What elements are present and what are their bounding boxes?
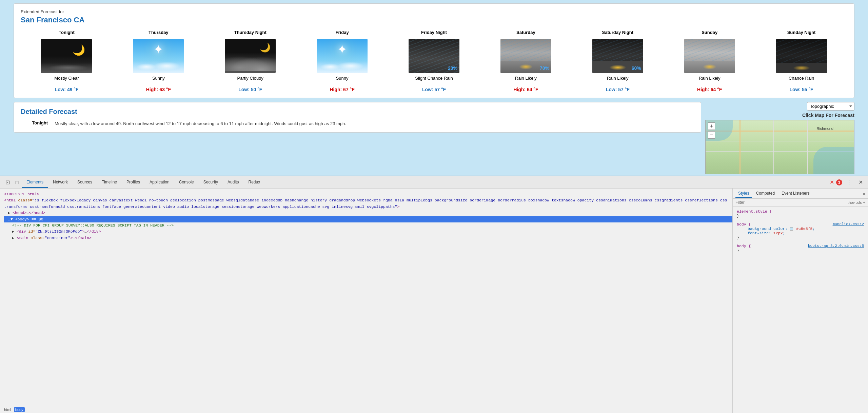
tab-console[interactable]: Console <box>174 177 199 188</box>
cls-label[interactable]: .cls <box>856 200 862 204</box>
day-label: Friday <box>336 30 349 36</box>
forecast-text-tonight: Mostly clear, with a low around 49. Nort… <box>55 120 346 127</box>
day-label: Saturday Night <box>602 30 633 36</box>
day-condition: Chance Rain <box>789 76 814 81</box>
filter-input[interactable] <box>735 200 846 205</box>
day-label: Thursday <box>149 30 169 36</box>
styles-more-btn[interactable]: » <box>863 191 865 196</box>
day-image[interactable]: 🌙 <box>41 39 92 73</box>
html-line-html: <html class="js flexbox flexboxlegacy ca… <box>4 197 728 210</box>
tab-styles[interactable]: Styles <box>735 190 752 198</box>
devtools-icons-right: ✕ 3 ⋮ ✕ <box>830 178 865 187</box>
day-temp: Low: 57 °F <box>422 87 446 92</box>
map-type-select[interactable]: Topographic Standard Satellite <box>807 102 854 111</box>
forecast-day-1: Thursday ✦ SunnyHigh: 63 °F <box>113 30 204 92</box>
location-title: San Francisco CA <box>21 16 847 24</box>
html-line-div: <div id="ZN_9tslIS2mj3KoPgp">…</div> <box>4 229 728 235</box>
forecast-day-2: Thursday Night 🌙 Partly CloudyLow: 50 °F <box>204 30 296 92</box>
weather-section: Extended Forecast for San Francisco CA T… <box>0 0 868 178</box>
html-line-doctype: <!DOCTYPE html> <box>4 191 728 197</box>
click-map-label: Click Map For Forecast <box>802 113 854 118</box>
bottom-section: Detailed Forecast Tonight Mostly clear, … <box>14 102 854 174</box>
tab-profiles[interactable]: Profiles <box>122 177 145 188</box>
day-temp: Low: 55 °F <box>789 87 813 92</box>
day-temp: High: 64 °F <box>697 87 722 92</box>
forecast-day-6: Saturday Night 60% Rain LikelyLow: 57 °F <box>572 30 664 92</box>
day-temp: Low: 50 °F <box>238 87 262 92</box>
styles-panel: Styles Computed Event Listeners » :hov .… <box>732 189 868 413</box>
day-condition: Sunny <box>152 76 165 81</box>
forecast-day-4: Friday Night 20% Slight Chance RainLow: … <box>388 30 480 92</box>
extended-label: Extended Forecast for <box>21 9 847 14</box>
forecast-grid: Tonight 🌙 Mostly ClearLow: 49 °FThursday… <box>21 30 847 92</box>
devtools-panel: ⊡ □ Elements Network Sources Timeline Pr… <box>0 176 868 413</box>
breadcrumb-bar: html body <box>0 406 732 413</box>
forecast-day-7: Sunday Rain LikelyHigh: 64 °F <box>664 30 755 92</box>
forecast-row-tonight: Tonight Mostly clear, with a low around … <box>21 120 694 127</box>
day-image[interactable]: 60% <box>592 39 643 73</box>
html-line-head: <head>…</head> <box>4 210 728 216</box>
richmond-label: Richmond— <box>816 126 837 131</box>
breadcrumb-body[interactable]: body <box>14 407 25 412</box>
day-condition: Rain Likely <box>515 76 537 81</box>
forecast-period-tonight: Tonight <box>21 120 48 125</box>
day-condition: Rain Likely <box>607 76 629 81</box>
css-rule-body-1: body { mapclick.css:2 background-color: … <box>737 222 864 240</box>
day-label: Friday Night <box>421 30 447 36</box>
css-rule-element: element.style { } <box>737 209 864 218</box>
day-image[interactable] <box>684 39 735 73</box>
error-icon: ✕ <box>830 179 834 185</box>
forecast-day-8: Sunday Night Chance RainLow: 55 °F <box>755 30 847 92</box>
map-image[interactable]: + − Richmond— <box>705 120 854 174</box>
day-image[interactable]: ✦ <box>133 39 184 73</box>
zoom-plus-btn[interactable]: + <box>708 122 715 130</box>
day-image[interactable]: ✦ <box>317 39 368 73</box>
day-temp: High: 64 °F <box>513 87 538 92</box>
day-condition: Sunny <box>336 76 349 81</box>
day-label: Sunday <box>702 30 717 36</box>
hov-btn[interactable]: :hov .cls + <box>848 200 865 204</box>
map-dropdown-row: Topographic Standard Satellite <box>807 102 854 111</box>
tab-event-listeners[interactable]: Event Listeners <box>779 190 812 198</box>
color-swatch-bg <box>790 227 793 231</box>
day-image[interactable] <box>776 39 827 73</box>
zoom-minus-btn[interactable]: − <box>708 131 715 139</box>
detailed-title: Detailed Forecast <box>21 108 694 116</box>
close-devtools-btn[interactable]: ✕ <box>856 178 865 187</box>
styles-content: element.style { } body { mapclick.css:2 … <box>733 206 868 259</box>
tab-network[interactable]: Network <box>48 177 73 188</box>
tab-application[interactable]: Application <box>145 177 174 188</box>
tab-audits[interactable]: Audits <box>223 177 243 188</box>
day-temp: Low: 57 °F <box>606 87 630 92</box>
html-line-body[interactable]: …▼ <body> == $0 <box>4 216 728 222</box>
tab-computed[interactable]: Computed <box>753 190 777 198</box>
tab-timeline[interactable]: Timeline <box>97 177 122 188</box>
html-line-main: <main class="container">…</main> <box>4 235 728 241</box>
day-image[interactable]: 🌙 <box>225 39 276 73</box>
tab-redux[interactable]: Redux <box>243 177 265 188</box>
day-condition: Partly Cloudy <box>237 76 263 81</box>
add-style-btn[interactable]: + <box>863 200 865 204</box>
html-panel: <!DOCTYPE html> <html class="js flexbox … <box>0 189 732 413</box>
forecast-day-0: Tonight 🌙 Mostly ClearLow: 49 °F <box>21 30 113 92</box>
day-temp: High: 63 °F <box>146 87 171 92</box>
day-label: Thursday Night <box>234 30 267 36</box>
styles-filter-bar: :hov .cls + <box>733 199 868 206</box>
more-icon[interactable]: ⋮ <box>844 178 854 187</box>
devtools-body: <!DOCTYPE html> <html class="js flexbox … <box>0 189 868 413</box>
day-label: Sunday Night <box>787 30 816 36</box>
devtools-cursor-icon[interactable]: ⊡ <box>3 178 12 187</box>
day-image[interactable]: 70% <box>500 39 551 73</box>
extended-forecast-card: Extended Forecast for San Francisco CA T… <box>14 3 854 98</box>
devtools-inspect-icon[interactable]: □ <box>12 178 22 187</box>
html-line-comment: <!-- DIV FOR CFI GROUP SURVEY::ALSO REQU… <box>4 222 728 229</box>
tab-security[interactable]: Security <box>199 177 223 188</box>
day-condition: Rain Likely <box>699 76 721 81</box>
tab-elements[interactable]: Elements <box>22 177 48 188</box>
breadcrumb-html[interactable]: html <box>4 408 11 412</box>
day-label: Saturday <box>516 30 535 36</box>
tab-sources[interactable]: Sources <box>73 177 97 188</box>
hov-label[interactable]: :hov <box>848 200 855 204</box>
day-condition: Slight Chance Rain <box>415 76 453 81</box>
day-image[interactable]: 20% <box>409 39 459 73</box>
